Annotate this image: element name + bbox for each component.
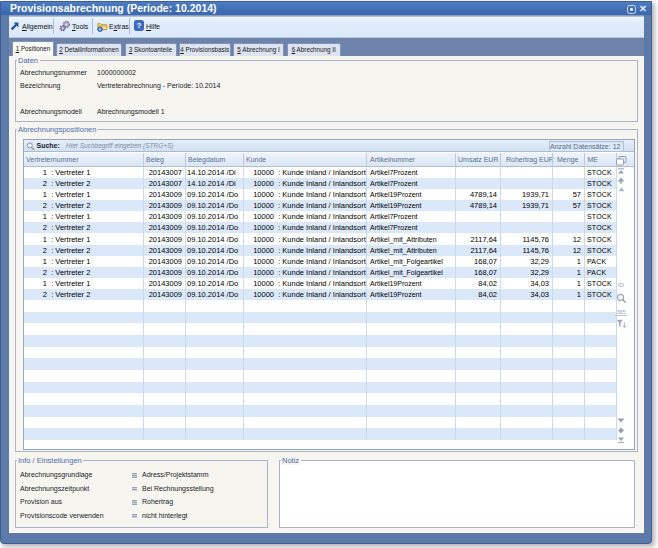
svg-text:?: ? [137,21,142,30]
